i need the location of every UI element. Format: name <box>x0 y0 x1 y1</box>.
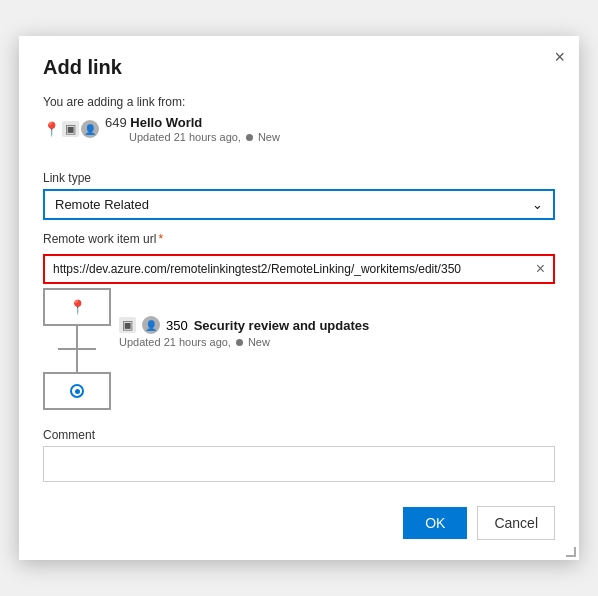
link-type-label: Link type <box>43 171 555 185</box>
dialog-footer: OK Cancel <box>43 482 555 540</box>
remote-url-label: Remote work item url* <box>43 232 555 246</box>
linked-repo-icon: ▣ <box>119 317 136 333</box>
linked-item-row: ▣ 👤 350 Security review and updates <box>119 316 369 334</box>
linked-node-box <box>43 372 111 410</box>
pin-icon: 📍 <box>43 121 60 137</box>
url-input-wrapper: × <box>43 254 555 284</box>
linked-item-name: Security review and updates <box>194 318 370 333</box>
source-icons: 📍 ▣ 👤 <box>43 120 99 138</box>
repo-icon: ▣ <box>62 121 79 137</box>
linked-user-icon: 👤 <box>142 316 160 334</box>
linked-item-meta: Updated 21 hours ago, New <box>119 336 369 348</box>
comment-input[interactable] <box>43 446 555 482</box>
source-item-id: 649 <box>105 115 127 130</box>
link-connector-bottom <box>76 350 78 372</box>
linked-node-circle-icon <box>70 384 84 398</box>
linked-item-section: 📍 ▣ 👤 350 Security review and updates <box>43 288 555 410</box>
remote-url-input[interactable] <box>45 256 528 282</box>
source-work-item: 📍 ▣ 👤 649 Hello World Updated 21 hours a… <box>43 115 555 143</box>
source-node-box: 📍 <box>43 288 111 326</box>
source-status-dot <box>246 134 253 141</box>
url-clear-button[interactable]: × <box>528 257 553 281</box>
source-node-pin-icon: 📍 <box>69 299 86 315</box>
linked-item-id: 350 <box>166 318 188 333</box>
source-section-label: You are adding a link from: <box>43 95 555 109</box>
ok-button[interactable]: OK <box>403 507 467 539</box>
dialog-title: Add link <box>43 56 555 79</box>
chevron-down-icon: ⌄ <box>532 197 543 212</box>
close-button[interactable]: × <box>554 48 565 66</box>
required-marker: * <box>158 232 163 246</box>
link-type-dropdown[interactable]: Remote Related ⌄ <box>43 189 555 220</box>
link-type-value: Remote Related <box>55 197 149 212</box>
user-avatar: 👤 <box>81 120 99 138</box>
source-item-details: 649 Hello World Updated 21 hours ago, Ne… <box>105 115 280 143</box>
linked-status-dot <box>236 339 243 346</box>
linked-item-info: ▣ 👤 350 Security review and updates Upda… <box>119 288 369 348</box>
link-connector-top <box>76 326 78 348</box>
source-item-meta: Updated 21 hours ago, New <box>129 131 280 143</box>
source-item-name: Hello World <box>130 115 202 130</box>
resize-handle[interactable] <box>566 547 576 557</box>
comment-section: Comment <box>43 428 555 482</box>
link-diagram: 📍 <box>43 288 111 410</box>
comment-label: Comment <box>43 428 555 442</box>
cancel-button[interactable]: Cancel <box>477 506 555 540</box>
add-link-dialog: × Add link You are adding a link from: 📍… <box>19 36 579 560</box>
linked-node-circle-inner <box>75 389 80 394</box>
